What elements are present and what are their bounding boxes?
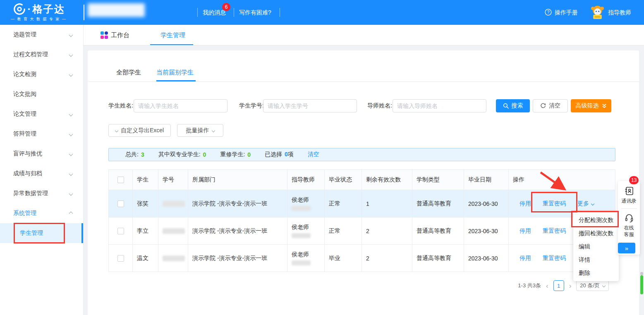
tab-student-management[interactable]: 学生管理 xyxy=(160,31,185,39)
page-size-select[interactable]: 20 条/页 xyxy=(576,280,609,291)
sidebar-item-label: 盲评与推优 xyxy=(13,150,42,158)
writing-help-link[interactable]: 写作有困难? xyxy=(239,9,271,17)
col-remaining: 剩余有效次数 xyxy=(366,176,401,184)
prev-page-button[interactable]: ‹ xyxy=(546,282,548,289)
advanced-filter-button[interactable]: 高级筛选 xyxy=(571,99,611,112)
app-logo[interactable]: · 格子达 — 教 育 大 数 据 专 家 — xyxy=(11,2,67,22)
manual-link[interactable]: 操作手册 xyxy=(555,9,578,17)
advisor-link[interactable]: 指导教师 xyxy=(608,9,631,17)
reset-password-link[interactable]: 重置密码 xyxy=(543,227,566,235)
table-header-row: 学生 学号 所属部门 指导教师 毕业状态 剩余有效次数 学制类型 毕业日期 操作 xyxy=(109,170,615,190)
online-service-label[interactable]: 在线客服 xyxy=(624,224,634,238)
subtab-all-students[interactable]: 全部学生 xyxy=(116,69,141,76)
student-id-label: 学生学号: xyxy=(239,102,264,110)
redacted-student-id xyxy=(163,201,185,207)
subtab-current-students[interactable]: 当前届别学生 xyxy=(156,69,194,76)
menu-item-delete[interactable]: 删除 xyxy=(573,267,619,280)
sidebar-item-topic-management[interactable]: 选题管理 xyxy=(0,25,83,45)
logo-icon xyxy=(13,2,26,16)
row-checkbox[interactable] xyxy=(117,228,124,234)
student-name-label: 学生姓名: xyxy=(108,102,133,110)
contacts-label[interactable]: 通讯录 xyxy=(622,198,637,204)
student-id-input[interactable] xyxy=(263,99,357,112)
redacted-student-id xyxy=(163,228,185,234)
redacted-text xyxy=(292,206,311,211)
my-messages-link[interactable]: 我的消息 xyxy=(203,9,226,17)
chevron-up-icon xyxy=(69,211,73,215)
more-link[interactable]: 更多 xyxy=(577,200,594,208)
next-page-button[interactable]: › xyxy=(569,282,572,289)
refresh-icon xyxy=(540,103,546,109)
sidebar-item-label: 论文检测 xyxy=(13,71,36,78)
tab-workbench[interactable]: 工作台 xyxy=(111,31,129,39)
menu-item-assign-checks[interactable]: 分配检测次数 xyxy=(573,214,619,227)
sidebar-item-label: 系统管理 xyxy=(13,210,36,217)
workbench-grid-icon xyxy=(101,31,108,39)
sidebar: 选题管理 过程文档管理 论文检测 论文批阅 论文管理 答辩管理 盲评与推优 成绩… xyxy=(0,25,84,315)
active-tab-underline xyxy=(150,44,193,45)
sidebar-item-paper-management[interactable]: 论文管理 xyxy=(0,104,83,124)
sidebar-subitem-label: 学生管理 xyxy=(20,229,43,237)
chevron-down-icon xyxy=(69,52,73,57)
svg-text:?: ? xyxy=(547,10,550,14)
advisor-name-input[interactable] xyxy=(393,99,486,112)
mascot-icon xyxy=(590,5,605,20)
col-student-id: 学号 xyxy=(163,176,174,184)
student-management-panel: 全部学生 当前届别学生 学生姓名: 学生学号: 导师姓名: 搜索 清空 高级筛选… xyxy=(88,50,639,315)
retake-value: 0 xyxy=(247,151,251,158)
sidebar-item-paper-review[interactable]: 论文批阅 xyxy=(0,84,83,104)
redacted-school-name xyxy=(88,3,145,17)
more-actions-menu: 分配检测次数 撤回检测次数 编辑 详情 删除 xyxy=(573,212,619,281)
clear-button[interactable]: 清空 xyxy=(533,99,568,112)
scrollbar-thumb[interactable] xyxy=(640,275,643,294)
disable-link[interactable]: 停用 xyxy=(520,255,531,262)
pagination-range: 1-3 共3条 xyxy=(518,282,541,289)
sidebar-item-paper-check[interactable]: 论文检测 xyxy=(0,64,83,84)
menu-item-details[interactable]: 详情 xyxy=(573,253,619,267)
reset-password-link[interactable]: 重置密码 xyxy=(543,200,566,208)
search-icon xyxy=(503,103,509,109)
student-name-input[interactable] xyxy=(134,99,227,112)
collapse-panel-button[interactable]: » xyxy=(618,243,635,253)
reset-password-link[interactable]: 重置密码 xyxy=(543,255,566,262)
search-button[interactable]: 搜索 xyxy=(496,99,530,112)
table-row: 温文 演示学院 -演示专业-演示一班 侯老师 毕业 2 普通高等教育 2023-… xyxy=(109,244,615,272)
contacts-book-icon[interactable] xyxy=(624,186,634,196)
sidebar-item-grades-archive[interactable]: 成绩与归档 xyxy=(0,164,83,184)
chevron-down-icon xyxy=(69,152,73,156)
sidebar-item-label: 论文批阅 xyxy=(13,91,36,98)
export-excel-button[interactable]: 自定义导出Excel xyxy=(108,124,171,137)
sidebar-item-abnormal-data[interactable]: 异常数据管理 xyxy=(0,184,83,203)
row-checkbox[interactable] xyxy=(117,255,124,262)
chevron-down-icon xyxy=(602,284,606,287)
clear-selection-link[interactable]: 清空 xyxy=(308,151,319,158)
logo-dot: · xyxy=(28,3,31,15)
menu-item-edit[interactable]: 编辑 xyxy=(573,240,619,253)
subtab-underline xyxy=(156,80,196,81)
headset-icon[interactable] xyxy=(624,213,634,223)
page-number[interactable]: 1 xyxy=(553,280,564,291)
chevron-down-icon xyxy=(69,72,73,76)
logo-tagline: — 教 育 大 数 据 专 家 — xyxy=(11,17,67,22)
disable-link[interactable]: 停用 xyxy=(520,200,531,208)
row-checkbox[interactable] xyxy=(117,200,124,207)
sidebar-item-defense-management[interactable]: 答辩管理 xyxy=(0,124,83,144)
logo-text: 格子达 xyxy=(33,2,65,16)
double-major-label: 其中双专业学生: xyxy=(158,151,201,158)
batch-actions-button[interactable]: 批量操作 xyxy=(177,124,223,137)
selected-label: 已选择 xyxy=(265,151,282,158)
disable-link[interactable]: 停用 xyxy=(520,227,531,235)
sidebar-item-label: 选题管理 xyxy=(13,31,36,38)
retake-label: 重修学生: xyxy=(220,151,245,158)
sidebar-item-system-management[interactable]: 系统管理 xyxy=(0,203,83,223)
sidebar-item-student-management[interactable]: 学生管理 xyxy=(0,223,83,243)
sidebar-item-blind-review[interactable]: 盲评与推优 xyxy=(0,144,83,164)
table-row: 李立 演示学院 -演示专业-演示一班 侯老师 正常 2 普通高等教育 2023-… xyxy=(109,217,615,244)
col-grad-date: 毕业日期 xyxy=(468,176,491,184)
col-degree-type: 学制类型 xyxy=(417,176,440,184)
sidebar-item-label: 过程文档管理 xyxy=(13,51,48,58)
select-all-checkbox[interactable] xyxy=(117,177,124,183)
messages-badge: 6 xyxy=(222,3,230,11)
menu-item-revoke-checks[interactable]: 撤回检测次数 xyxy=(573,227,619,240)
sidebar-item-process-docs[interactable]: 过程文档管理 xyxy=(0,45,83,64)
